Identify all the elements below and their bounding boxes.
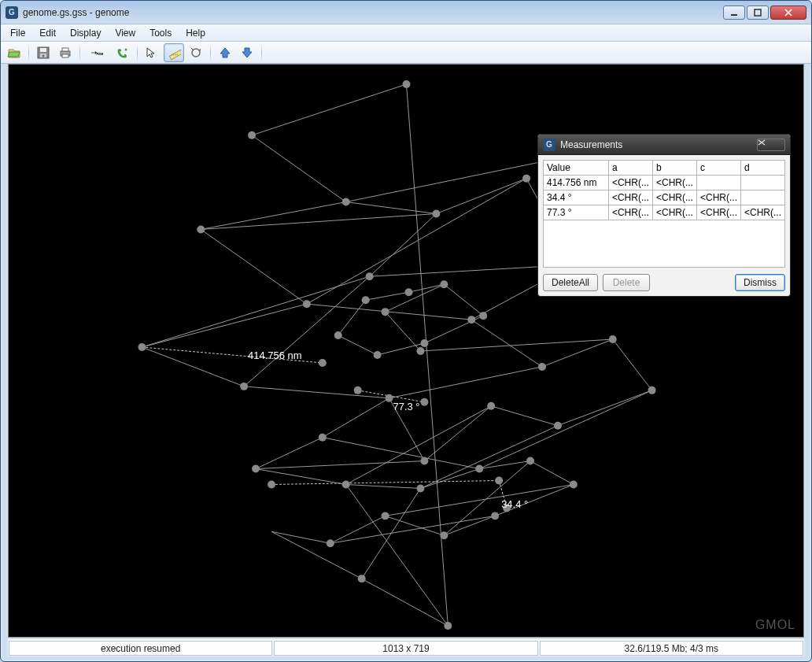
window-title: genome.gs.gss - genome [23,7,723,18]
menu-help[interactable]: Help [179,26,212,40]
svg-point-46 [416,347,424,355]
print-button[interactable] [55,43,76,62]
col-value[interactable]: Value [544,161,609,176]
svg-point-28 [554,422,562,430]
svg-point-32 [319,434,327,442]
svg-point-52 [334,331,342,339]
svg-point-49 [479,312,487,320]
close-button[interactable] [770,6,806,20]
minimize-icon [730,9,738,17]
svg-point-26 [609,335,617,343]
up-button[interactable] [215,43,235,62]
open-icon [7,46,21,60]
svg-point-51 [374,351,382,359]
dialog-title: Measurements [560,139,757,150]
table-row[interactable]: 77.3 ° <CHR(... <CHR(... <CHR(... <CHR(.… [544,205,785,220]
measure-icon [167,46,181,60]
print-icon [58,46,72,60]
toolbar-separator [261,44,262,61]
svg-point-21 [432,210,440,218]
link-button[interactable] [113,43,133,62]
svg-rect-0 [731,14,737,16]
menu-display[interactable]: Display [64,26,107,40]
svg-point-47 [382,308,389,316]
measurements-table[interactable]: Value a b c d 414.756 nm <CHR(... <CHR(.… [543,160,785,220]
toolbar-separator [28,44,29,61]
svg-point-38 [570,481,578,489]
up-arrow-icon [218,46,232,60]
dialog-close-button[interactable] [757,139,785,151]
svg-point-59 [420,398,428,406]
svg-point-22 [522,175,530,183]
down-button[interactable] [237,43,257,62]
minimize-button[interactable] [723,6,745,20]
table-row[interactable]: 34.4 ° <CHR(... <CHR(... <CHR(... [544,190,785,205]
svg-point-54 [405,288,413,296]
pdb-button[interactable]: PDB [84,43,111,62]
select-button[interactable] [142,43,162,62]
svg-point-15 [342,198,350,206]
pdb-icon: PDB [90,46,105,60]
svg-point-30 [420,457,428,465]
toolbar-separator [137,44,138,61]
select-icon [145,46,159,60]
svg-point-14 [248,131,256,139]
svg-point-19 [240,383,248,390]
svg-point-18 [138,343,146,351]
svg-point-5 [42,55,45,57]
svg-point-37 [526,457,534,465]
status-dimensions: 1013 x 719 [274,641,537,656]
open-button[interactable] [4,43,24,62]
menu-file[interactable]: File [4,26,31,40]
svg-point-39 [491,512,499,520]
col-b[interactable]: b [652,161,696,176]
rotate-button[interactable] [186,43,206,62]
menu-view[interactable]: View [109,26,142,40]
main-window: G genome.gs.gss - genome File Edit Displ… [0,0,812,662]
angle2-label: 34.4 ° [501,498,528,510]
dialog-titlebar[interactable]: G Measurements [538,135,790,155]
svg-point-16 [197,225,205,233]
titlebar[interactable]: G genome.gs.gss - genome [1,1,811,24]
col-d[interactable]: d [740,161,784,176]
app-icon: G [6,6,18,19]
toolbar-separator [210,44,211,61]
svg-point-42 [327,539,334,547]
svg-rect-8 [62,54,68,57]
svg-point-56 [495,477,503,485]
watermark: GMOL [755,618,795,632]
svg-point-25 [538,363,546,371]
save-icon [36,46,50,60]
table-header-row: Value a b c d [544,161,785,176]
table-empty-area [543,220,785,268]
svg-point-20 [366,272,374,280]
svg-point-33 [252,465,260,473]
toolbar-separator [79,44,80,61]
maximize-button[interactable] [747,6,769,20]
viewport-canvas[interactable]: 414.756 nm 77.3 ° 34.4 ° GMOL G Measurem… [8,64,804,638]
measurements-dialog[interactable]: G Measurements Value a b c d [537,134,791,297]
svg-point-48 [440,280,448,288]
col-c[interactable]: c [696,161,740,176]
status-memory: 32.6/119.5 Mb; 4/3 ms [540,641,803,656]
svg-point-40 [440,531,448,539]
svg-rect-7 [62,48,68,51]
measure-button[interactable] [164,43,184,62]
save-button[interactable] [33,43,54,62]
maximize-icon [754,9,762,17]
table-row[interactable]: 414.756 nm <CHR(... <CHR(... [544,176,785,190]
svg-point-44 [358,575,366,582]
svg-point-36 [475,465,483,473]
distance-label: 414.756 nm [248,349,301,361]
close-icon [758,139,784,150]
link-icon [116,46,130,60]
delete-all-button[interactable]: DeleteAll [543,274,598,291]
menu-tools[interactable]: Tools [143,26,178,40]
menu-edit[interactable]: Edit [33,26,62,40]
col-a[interactable]: a [608,161,652,176]
svg-rect-1 [755,9,761,16]
svg-point-41 [382,512,389,520]
statusbar: execution resumed 1013 x 719 32.6/119.5 … [8,639,804,656]
dismiss-button[interactable]: Dismiss [735,274,785,291]
delete-button[interactable]: Delete [603,274,650,291]
